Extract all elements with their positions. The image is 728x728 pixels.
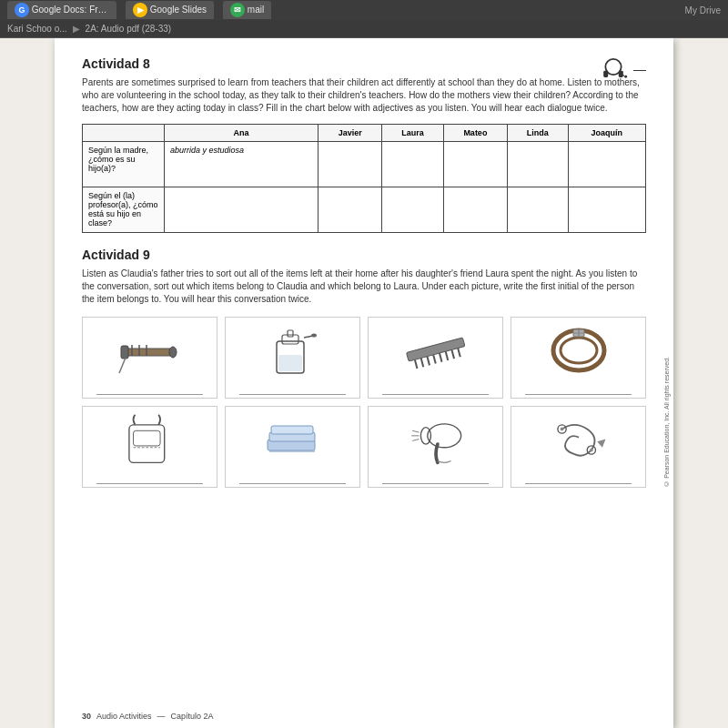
col-header-linda: Linda (507, 125, 568, 142)
image-grid-row2 (82, 406, 646, 488)
activity9-section: Actividad 9 Listen as Claudia's father t… (82, 248, 646, 488)
item-cell-hairbrush (82, 317, 217, 399)
belt-svg (542, 323, 615, 378)
footer-text: Audio Activities (96, 712, 152, 721)
svg-rect-33 (133, 430, 160, 446)
image-grid-row1 (82, 317, 646, 399)
write-line-5[interactable] (96, 474, 204, 484)
write-line-2[interactable] (239, 385, 347, 395)
svg-point-28 (561, 338, 597, 363)
col-header-ana: Ana (165, 125, 318, 142)
svg-line-21 (427, 356, 430, 365)
svg-rect-18 (406, 338, 464, 361)
breadcrumb-part2[interactable]: 2A: Audio pdf (28-33) (86, 24, 172, 34)
activity8-table: Ana Javier Laura Mateo Linda Joaquín Seg… (82, 124, 646, 233)
svg-marker-48 (597, 439, 605, 447)
breadcrumb-part1[interactable]: Kari Schoo o... (7, 24, 67, 34)
col-header-laura: Laura (382, 125, 443, 142)
headphones2-drawing (511, 407, 645, 472)
tab-mail[interactable]: ✉ mail (223, 1, 271, 19)
backpack-svg (114, 412, 187, 467)
activity8-description: Parents are sometimes surprised to learn… (82, 76, 646, 115)
item-cell-backpack (82, 406, 217, 488)
svg-point-40 (420, 427, 430, 443)
svg-line-22 (433, 355, 436, 364)
headphone-icon (597, 56, 630, 82)
activity8-title: Actividad 8 (82, 56, 646, 71)
page-number: 30 (82, 712, 91, 721)
item-cell-belt (511, 317, 646, 399)
row1-ana[interactable]: aburrida y estudiosa (165, 142, 318, 187)
belt-drawing (511, 318, 645, 383)
svg-line-25 (451, 349, 454, 359)
svg-rect-6 (121, 346, 128, 359)
row2-mateo[interactable] (443, 187, 507, 233)
headphones2-svg (542, 412, 615, 467)
browser-top-bar: G Google Docs: Free... ▶ Google Slides ✉… (0, 0, 728, 20)
item-cell-hairdryer (368, 406, 503, 488)
row2-javier[interactable] (318, 187, 382, 233)
main-content: — Actividad 8 Parents are sometimes surp… (0, 38, 728, 728)
comb-svg (399, 323, 472, 378)
col-header-joaquin: Joaquín (568, 125, 646, 142)
row1-joaquin[interactable] (568, 142, 646, 187)
tab-google-slides[interactable]: ▶ Google Slides (126, 1, 214, 19)
svg-line-41 (412, 430, 419, 432)
write-line-4[interactable] (525, 385, 632, 395)
svg-rect-14 (288, 330, 293, 337)
tab-google-docs[interactable]: G Google Docs: Free... (7, 1, 116, 19)
hairdryer-drawing (369, 407, 502, 472)
col-header-mateo: Mateo (443, 125, 507, 142)
headphone-dash: — (633, 62, 646, 76)
towel-drawing (226, 407, 359, 472)
row1-mateo[interactable] (443, 142, 507, 187)
row2-ana[interactable] (165, 187, 318, 233)
svg-rect-5 (123, 349, 173, 356)
write-line-6[interactable] (239, 474, 347, 484)
towel-svg (257, 412, 329, 467)
item-cell-towel (225, 406, 360, 488)
activity8-section: Actividad 8 Parents are sometimes surpri… (82, 56, 646, 233)
svg-line-26 (458, 348, 460, 357)
google-docs-icon: G (15, 3, 29, 17)
row2-joaquin[interactable] (568, 187, 646, 233)
page-footer: 30 Audio Activities — Capítulo 2A (82, 712, 214, 721)
row1-laura[interactable] (382, 142, 443, 187)
write-line-1[interactable] (96, 385, 204, 395)
item-cell-perfume (225, 317, 360, 399)
hairdryer-svg (399, 412, 472, 467)
col-header-blank (83, 125, 165, 142)
row1-javier[interactable] (318, 142, 382, 187)
write-line-8[interactable] (525, 474, 632, 484)
headphone-decoration: — (597, 56, 646, 82)
svg-rect-1 (603, 71, 608, 77)
activity9-description: Listen as Claudia's father tries to sort… (82, 268, 646, 306)
copyright-text: © Pearson Education, Inc. All rights res… (663, 357, 670, 487)
svg-line-23 (439, 353, 441, 362)
mail-icon: ✉ (230, 3, 245, 17)
row2-laura[interactable] (382, 187, 443, 233)
write-line-3[interactable] (382, 385, 490, 395)
svg-line-43 (412, 439, 419, 440)
svg-line-19 (414, 359, 417, 369)
row2-linda[interactable] (507, 187, 568, 233)
table-row-1: Según la madre, ¿cómo es su hijo(a)? abu… (83, 142, 646, 187)
activity9-title: Actividad 9 (82, 248, 646, 262)
footer-dash: — (157, 712, 166, 721)
row2-label: Según el (la) profesor(a), ¿cómo está su… (83, 187, 165, 233)
hairbrush-svg (114, 323, 187, 378)
page-container: — Actividad 8 Parents are sometimes surp… (55, 38, 673, 728)
hairbrush-drawing (83, 318, 217, 383)
my-drive-link[interactable]: My Drive (685, 5, 721, 15)
svg-rect-17 (278, 355, 302, 371)
item-cell-headphones2 (511, 406, 646, 488)
row1-linda[interactable] (507, 142, 568, 187)
svg-point-4 (624, 76, 627, 78)
footer-chapter: Capítulo 2A (171, 712, 214, 721)
svg-point-10 (169, 347, 177, 358)
perfume-svg (257, 323, 329, 378)
write-line-7[interactable] (382, 474, 490, 484)
svg-line-24 (445, 351, 448, 360)
perfume-drawing (226, 318, 359, 383)
google-slides-icon: ▶ (133, 3, 147, 17)
